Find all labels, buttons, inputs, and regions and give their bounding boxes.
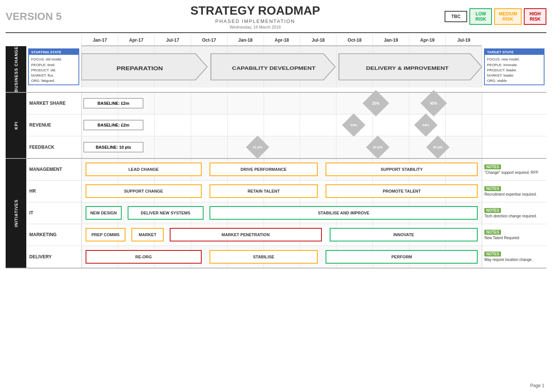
target-state: TARGET STATE FOCUS: new model.PEOPLE: in… [484,48,544,85]
init-row-marketing: MARKETING PREP COMMS MARKET MARKET PENET… [26,224,546,246]
tl-col-apr18: Apr-18 [264,35,300,45]
init-box-promote-talent: PROMOTE TALENT [326,184,478,198]
badge-medium: MEDIUMRISK [494,8,522,25]
init-cells-it: NEW DESIGN DELIVER NEW SYSTEMS STABILISE… [81,202,482,224]
notes-text-hr: Recruitment expertise required. [484,192,544,196]
init-box-stabilise: STABILISE [210,250,318,264]
kpi-diamond-ms-40: 40% [424,94,443,113]
notes-badge-hr: NOTES [484,186,501,191]
tl-col-jul19: Jul-19 [445,35,482,45]
init-label-management: MANAGEMENT [26,159,81,180]
init-cells-delivery: RE-ORG STABILISE PERFORM [81,246,482,268]
init-box-retain-talent: RETAIN TALENT [210,184,318,198]
kpi-diamond-rev-4m: £4m [418,117,434,133]
kpi-baseline-rev: BASELINE: £2m [83,120,143,130]
tl-col-oct17: Oct-17 [191,35,227,45]
sub-title: PHASED IMPLEMENTATION [66,18,445,24]
kpi-row-revenue: REVENUE BASELINE: £2m £3m [26,115,546,136]
target-state-header: TARGET STATE [485,49,544,55]
starting-state-box: STARTING STATE FOCUS: old model.PEOPLE: … [26,46,81,87]
target-state-box: TARGET STATE FOCUS: new model.PEOPLE: in… [482,46,546,87]
tl-col-jul17: Jul-17 [154,35,191,45]
init-box-prep-comms: PREP COMMS [86,228,126,241]
starting-state-header: STARTING STATE [29,49,78,55]
init-notes-hr: NOTES Recruitment expertise required. [482,181,546,202]
init-box-support-stab: SUPPORT STABILITY [326,163,478,176]
section-business-change: BUSINESS CHANGE STARTING STATE FOCUS: ol… [6,46,546,93]
init-box-drive-perf: DRIVE PERFORMANCE [210,163,318,176]
init-box-market: MARKET [131,228,163,241]
init-notes-marketing: NOTES New Talent Required [482,224,546,246]
section-inner-init: MANAGEMENT LEAD CHANGE DRIVE PERFORMANCE… [26,159,546,268]
kpi-diamond-fb-30: 30 pts [430,139,446,155]
section-inner-bc: STARTING STATE FOCUS: old model.PEOPLE: … [26,46,546,92]
kpi-row-market-share: MARKET SHARE BASELINE: £2m [26,93,546,115]
kpi-baseline-fb: BASELINE: 10 pts [83,142,143,152]
init-notes-delivery: NOTES May require location change. [482,246,546,268]
init-row-it: IT NEW DESIGN DELIVER NEW SYSTEMS STABIL… [26,202,546,224]
init-box-deliver-new-sys: DELIVER NEW SYSTEMS [128,206,204,220]
notes-text-mgmt: "Change" support required. RFP. [484,170,544,175]
kpi-label-feedback: FEEDBACK [26,136,81,158]
kpi-row-feedback: FEEDBACK BASELINE: 10 pts 12 pts [26,136,546,158]
init-box-innovate: INNOVATE [330,228,478,241]
kpi-diamond-fb-20: 20 pts [370,139,386,155]
kpi-diamond-fb-12: 12 pts [249,139,266,155]
notes-badge-mgmt: NOTES [484,164,501,169]
init-box-stabilise-improve: STABILISE AND IMPROVE [210,206,478,220]
init-cells-management: LEAD CHANGE DRIVE PERFORMANCE SUPPORT ST… [81,159,482,180]
date-text: Wednesday, 16 March 2016 [66,25,445,29]
kpi-cells-feedback: BASELINE: 10 pts 12 pts 20 pts [81,136,482,158]
init-row-management: MANAGEMENT LEAD CHANGE DRIVE PERFORMANCE… [26,159,546,181]
section-label-kpi: KPI [6,93,26,158]
kpi-label-market-share: MARKET SHARE [26,93,81,114]
kpi-cells-revenue: BASELINE: £2m £3m £4m [81,115,482,136]
svg-text:PREPARATION: PREPARATION [116,65,163,71]
init-label-marketing: MARKETING [26,224,81,246]
version-label: VERSION 5 [6,11,66,23]
notes-badge-it: NOTES [484,208,501,213]
header: VERSION 5 STRATEGY ROADMAP PHASED IMPLEM… [6,4,546,33]
notes-badge-delivery: NOTES [484,252,501,256]
badge-low: LOWRISK [469,8,492,25]
init-box-lead-change: LEAD CHANGE [86,163,202,176]
init-box-perform: PERFORM [326,250,478,264]
kpi-diamond-ms-20: 20% [366,94,385,113]
init-row-hr: HR SUPPORT CHANGE RETAIN TALENT PROMOTE … [26,181,546,202]
init-row-delivery: DELIVERY RE-ORG STABILISE PERFORM [26,246,546,268]
badge-tbc: TBC [445,11,467,22]
bc-arrows-svg: PREPARATION CAPABILITY DEVELOPMENT DELIV… [81,52,482,82]
svg-text:CAPABILITY DEVELOPMENT: CAPABILITY DEVELOPMENT [232,66,315,71]
bc-arrows-area: PREPARATION CAPABILITY DEVELOPMENT DELIV… [81,46,482,87]
kpi-label-revenue: REVENUE [26,115,81,136]
badge-high: HIGHRISK [524,8,546,25]
header-center: STRATEGY ROADMAP PHASED IMPLEMENTATION W… [66,4,445,29]
section-label-init: INITIATIVES [6,159,26,268]
tl-col-apr19: Apr-19 [409,35,445,45]
init-cells-hr: SUPPORT CHANGE RETAIN TALENT PROMOTE TAL… [81,181,482,202]
starting-state: STARTING STATE FOCUS: old model.PEOPLE: … [28,48,79,85]
init-label-hr: HR [26,181,81,202]
init-cells-marketing: PREP COMMS MARKET MARKET PENETRATION INN… [81,224,482,246]
target-state-body: FOCUS: new model.PEOPLE: innovate.PRODUC… [485,56,544,84]
notes-badge-marketing: NOTES [484,230,501,235]
kpi-notes-ms [482,93,546,114]
init-label-it: IT [26,202,81,224]
init-box-support-change: SUPPORT CHANGE [86,184,202,198]
starting-state-body: FOCUS: old model.PEOPLE: tired.PRODUCT: … [29,56,78,84]
tl-col-jan17: Jan-17 [81,35,118,45]
section-label-bc: BUSINESS CHANGE [6,46,26,92]
kpi-notes-rev [482,115,546,136]
init-box-new-design: NEW DESIGN [86,206,122,220]
notes-text-it: Tech direction change required. [484,214,544,218]
init-label-delivery: DELIVERY [26,246,81,268]
bc-row: STARTING STATE FOCUS: old model.PEOPLE: … [26,46,546,87]
tl-col-oct18: Oct-18 [336,35,373,45]
page-number: Page 1 [530,383,544,388]
timeline-header: Jan-17 Apr-17 Jul-17 Oct-17 Jan-18 Apr-1… [81,35,482,46]
init-box-reorg: RE-ORG [86,250,202,264]
main-title: STRATEGY ROADMAP [66,4,445,18]
page-container: VERSION 5 STRATEGY ROADMAP PHASED IMPLEM… [0,0,552,392]
tl-col-apr17: Apr-17 [118,35,154,45]
section-inner-kpi: MARKET SHARE BASELINE: £2m [26,93,546,158]
